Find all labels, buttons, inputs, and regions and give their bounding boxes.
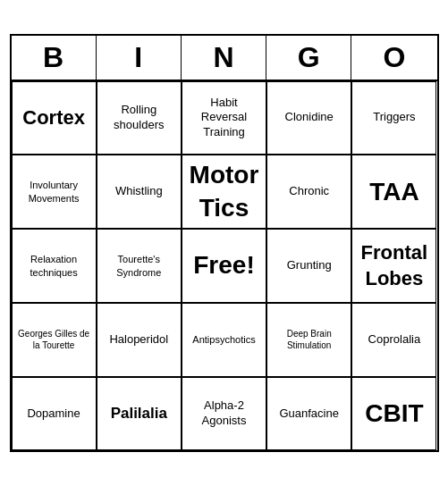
bingo-cell-13: Grunting	[266, 229, 351, 303]
bingo-cell-5: Involuntary Movements	[12, 155, 97, 229]
bingo-card: B I N G O CortexRolling shouldersHabit R…	[10, 34, 439, 453]
bingo-cell-12: Free!	[182, 229, 266, 303]
bingo-cell-17: Antipsychotics	[182, 303, 266, 377]
bingo-cell-2: Habit Reversal Training	[182, 81, 266, 155]
header-g: G	[266, 36, 351, 80]
bingo-cell-7: Motor Tics	[182, 155, 266, 229]
bingo-cell-16: Haloperidol	[97, 303, 182, 377]
bingo-cell-23: Guanfacine	[266, 377, 351, 451]
bingo-grid: CortexRolling shouldersHabit Reversal Tr…	[12, 81, 437, 451]
bingo-cell-3: Clonidine	[266, 81, 351, 155]
bingo-header: B I N G O	[12, 36, 437, 81]
bingo-cell-9: TAA	[351, 155, 436, 229]
bingo-cell-6: Whistling	[97, 155, 182, 229]
bingo-cell-22: Alpha-2 Agonists	[182, 377, 266, 451]
header-o: O	[351, 36, 436, 80]
bingo-cell-21: Palilalia	[97, 377, 182, 451]
bingo-cell-10: Relaxation techniques	[12, 229, 97, 303]
bingo-cell-24: CBIT	[351, 377, 436, 451]
bingo-cell-11: Tourette's Syndrome	[97, 229, 182, 303]
header-n: N	[182, 36, 266, 80]
bingo-cell-14: Frontal Lobes	[351, 229, 436, 303]
bingo-cell-4: Triggers	[351, 81, 436, 155]
bingo-cell-18: Deep Brain Stimulation	[266, 303, 351, 377]
bingo-cell-8: Chronic	[266, 155, 351, 229]
header-b: B	[12, 36, 97, 80]
bingo-cell-15: Georges Gilles de la Tourette	[12, 303, 97, 377]
bingo-cell-19: Coprolalia	[351, 303, 436, 377]
bingo-cell-0: Cortex	[12, 81, 97, 155]
bingo-cell-20: Dopamine	[12, 377, 97, 451]
bingo-cell-1: Rolling shoulders	[97, 81, 182, 155]
header-i: I	[97, 36, 182, 80]
